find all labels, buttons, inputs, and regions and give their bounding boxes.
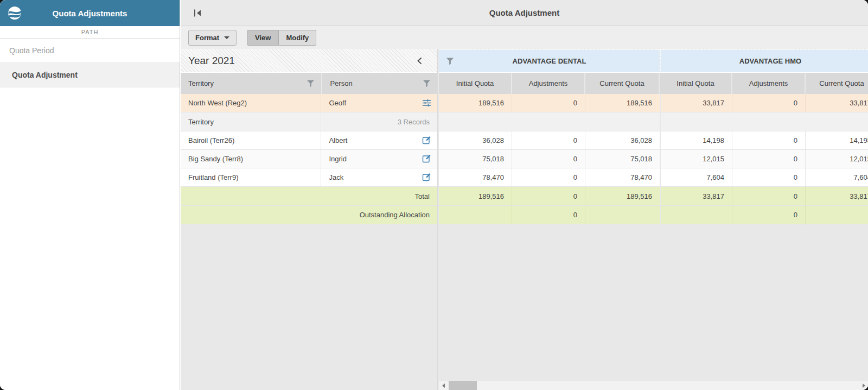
main-panel: Quota Adjustment Format View Modify Year… [181,0,868,390]
filter-icon[interactable] [307,79,315,87]
column-label: Current Quota [599,79,644,87]
group-header-band: ADVANTAGE DENTAL ADVANTAGE HMO [439,49,868,73]
sidebar: Quota Adjustments PATH Quota Period Quot… [0,0,180,390]
person-name: Ingrid [329,155,347,163]
scrollable-pane: ADVANTAGE DENTAL ADVANTAGE HMO Initial Q… [439,49,868,390]
value-cell: 75,018 [585,150,660,168]
value-cell: 78,470 [585,168,660,187]
app-logo-icon [8,6,22,20]
dental-current-quota-header[interactable]: Current Quota [585,73,659,94]
person-column-label: Person [322,79,352,87]
value-cell: 189,516 [439,94,512,112]
group-label: ADVANTAGE HMO [739,57,801,65]
page-title: Quota Adjustment [489,8,559,17]
territory-column-header[interactable]: Territory [181,73,321,94]
value-cell: 189,516 [585,94,660,112]
record-count: 3 Records [321,112,437,131]
filter-icon[interactable] [446,57,454,65]
value-cell: 36,028 [585,131,660,150]
value-cell: 189,516 [585,187,660,206]
value-cell [585,206,660,224]
value-cell: 78,470 [439,168,512,187]
value-cell: 0 [512,168,585,187]
total-row: Total [181,187,437,206]
person-cell: Albert [321,131,437,150]
chevron-down-icon [224,36,229,39]
value-cell: 7,604 [806,168,868,187]
person-name: Albert [329,136,347,144]
value-cell: 0 [512,187,585,206]
person-name: Geoff [329,99,346,107]
period-header: Year 2021 [181,49,437,73]
value-cell: 0 [512,206,585,224]
group-header-advantage-hmo: ADVANTAGE HMO [661,50,868,72]
column-header-row: Initial Quota Adjustments Current Quota … [439,73,868,94]
collapse-sidebar-icon[interactable] [193,8,203,18]
sidebar-item-quota-period[interactable]: Quota Period [0,39,180,63]
value-cell: 12,015 [806,150,868,168]
scrollbar-thumb[interactable] [449,381,477,390]
table-row[interactable]: Bairoil (Terr26) Albert [181,131,437,150]
modify-button-label: Modify [286,34,309,42]
value-cell: 0 [732,94,806,112]
edit-icon[interactable] [422,154,431,163]
table-row-subheader: Territory 3 Records [181,112,437,131]
value-cell: 12,015 [661,150,732,168]
edit-icon[interactable] [422,173,431,182]
right-pane-empty-area [439,224,868,371]
horizontal-scrollbar[interactable] [439,381,868,390]
total-row-values: 189,516 0 189,516 33,817 0 33,817 [439,187,868,206]
sidebar-item-quota-adjustment[interactable]: Quota Adjustment [0,63,180,87]
person-cell: Ingrid [321,150,437,168]
person-name: Jack [329,173,343,181]
subheader-band [439,112,868,131]
value-cell [439,206,512,224]
value-cell: 0 [732,187,806,206]
dental-initial-quota-header[interactable]: Initial Quota [439,73,511,94]
sidebar-item-label: Quota Adjustment [12,71,78,79]
table-row[interactable]: Fruitland (Terr9) Jack [181,168,437,187]
modify-button[interactable]: Modify [279,30,316,46]
person-cell: Geoff [321,94,437,112]
value-cell: 33,817 [661,187,732,206]
table-row-values[interactable]: 78,470 0 78,470 7,604 0 7,604 [439,168,868,187]
dental-adjustments-header[interactable]: Adjustments [512,73,584,94]
value-cell: 33,817 [806,187,868,206]
sidebar-title: Quota Adjustments [0,9,180,18]
view-button-label: View [255,34,271,42]
scroll-right-arrow[interactable] [859,381,868,390]
hmo-initial-quota-header[interactable]: Initial Quota [660,73,731,94]
adjust-sliders-icon[interactable] [422,98,431,108]
view-button[interactable]: View [247,30,279,46]
hmo-current-quota-header[interactable]: Current Quota [806,73,868,94]
hmo-adjustments-header[interactable]: Adjustments [732,73,805,94]
column-label: Current Quota [819,79,864,87]
table-row-region-values[interactable]: 189,516 0 189,516 33,817 0 33,817 [439,94,868,112]
value-cell: 0 [732,131,806,150]
territory-cell: Bairoil (Terr26) [181,131,321,150]
person-cell: Jack [321,168,437,187]
edit-icon[interactable] [422,136,431,145]
person-column-header[interactable]: Person [322,73,437,94]
subheader-empty-cell [661,112,868,131]
value-cell: 75,018 [439,150,512,168]
format-button[interactable]: Format [188,30,237,46]
group-label: ADVANTAGE DENTAL [513,57,586,65]
filter-icon[interactable] [423,79,431,87]
table-row-region[interactable]: North West (Reg2) Geoff [181,94,437,112]
subheader-empty-cell [439,112,660,131]
table-row[interactable]: Big Sandy (Terr8) Ingrid [181,150,437,168]
app-window: Quota Adjustments PATH Quota Period Quot… [0,0,868,390]
frozen-pane: Year 2021 Territory [181,49,438,390]
territory-cell: Fruitland (Terr9) [181,168,321,187]
outstanding-allocation-label: Outstanding Allocation [181,206,437,224]
table-row-values[interactable]: 75,018 0 75,018 12,015 0 12,015 [439,150,868,168]
value-cell: 14,198 [661,131,732,150]
collapse-period-chevron-icon[interactable] [416,56,424,65]
scroll-left-arrow[interactable] [439,381,448,390]
value-cell [661,206,732,224]
table-row-values[interactable]: 36,028 0 36,028 14,198 0 14,198 [439,131,868,150]
path-label: PATH [0,26,180,39]
topbar: Quota Adjustment [181,0,868,26]
column-label: Initial Quota [456,79,494,87]
